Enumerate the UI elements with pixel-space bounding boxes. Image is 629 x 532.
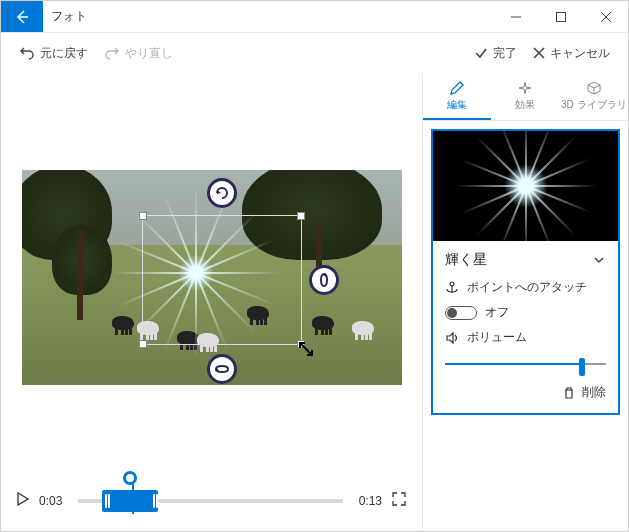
effect-panel: 輝く星 ポイントへのアタッチ オフ ボリューム	[431, 129, 620, 415]
toggle-state-label: オフ	[485, 304, 509, 321]
svg-line-6	[300, 343, 312, 355]
undo-label: 元に戻す	[40, 45, 88, 62]
attach-label: ポイントへのアタッチ	[467, 279, 587, 296]
effect-preview	[433, 131, 618, 241]
volume-slider[interactable]	[445, 354, 606, 374]
chevron-down-icon[interactable]	[592, 253, 606, 267]
rotate-handle-x[interactable]	[207, 354, 237, 384]
redo-label: やり直し	[125, 45, 173, 62]
play-button[interactable]	[17, 492, 29, 510]
svg-point-7	[450, 282, 454, 286]
attach-toggle[interactable]	[445, 306, 477, 320]
resize-handle-top-right[interactable]	[297, 212, 305, 220]
playbar: 0:03 0:13	[1, 481, 422, 531]
tab-effects-label: 効果	[515, 98, 535, 112]
cancel-label: キャンセル	[550, 45, 610, 62]
selection-box[interactable]	[142, 215, 302, 345]
redo-button[interactable]: やり直し	[96, 41, 181, 66]
anchor-icon	[445, 281, 459, 295]
canvas-area: 0:03 0:13	[1, 73, 422, 531]
check-icon	[474, 46, 488, 60]
tab-edit-label: 編集	[447, 98, 467, 112]
arrow-left-icon	[14, 9, 30, 25]
close-button[interactable]	[583, 1, 628, 32]
delete-button[interactable]: 削除	[582, 384, 606, 401]
playhead[interactable]	[129, 471, 137, 514]
volume-label: ボリューム	[467, 329, 527, 346]
video-canvas[interactable]	[22, 170, 402, 385]
clip-trim-left[interactable]	[105, 494, 107, 508]
clip-trim-right[interactable]	[153, 494, 155, 508]
toolbar: 元に戻す やり直し 完了 キャンセル	[1, 33, 628, 73]
side-panel: 編集 効果 3D ライブラリ	[422, 73, 628, 531]
pencil-icon	[449, 80, 465, 96]
total-time: 0:13	[359, 494, 382, 508]
tab-edit[interactable]: 編集	[423, 73, 491, 120]
current-time: 0:03	[39, 494, 62, 508]
cancel-button[interactable]: キャンセル	[525, 41, 618, 66]
app-title: フォト	[43, 1, 493, 32]
undo-button[interactable]: 元に戻す	[11, 41, 96, 66]
x-icon	[533, 47, 545, 59]
titlebar: フォト	[1, 1, 628, 33]
rotate-handle-y[interactable]	[309, 265, 339, 295]
side-tabs: 編集 効果 3D ライブラリ	[423, 73, 628, 121]
undo-icon	[19, 45, 35, 61]
rotate-handle-z[interactable]	[207, 178, 237, 208]
fullscreen-button[interactable]	[392, 492, 406, 510]
cube-icon	[586, 80, 602, 96]
timeline-track[interactable]	[78, 499, 342, 503]
resize-handle-bottom-left[interactable]	[139, 340, 147, 348]
maximize-button[interactable]	[538, 1, 583, 32]
resize-diagonal-icon[interactable]	[297, 340, 315, 358]
resize-handle-top-left[interactable]	[139, 212, 147, 220]
done-button[interactable]: 完了	[466, 41, 525, 66]
minimize-button[interactable]	[493, 1, 538, 32]
sparkle-icon	[517, 80, 533, 96]
svg-rect-1	[556, 12, 565, 21]
tab-effects[interactable]: 効果	[491, 73, 559, 120]
redo-icon	[104, 45, 120, 61]
back-button[interactable]	[1, 1, 43, 32]
trash-icon	[562, 386, 576, 400]
tab-3d-library[interactable]: 3D ライブラリ	[560, 73, 628, 120]
effect-name: 輝く星	[445, 251, 487, 269]
done-label: 完了	[493, 45, 517, 62]
tab-3d-label: 3D ライブラリ	[561, 98, 627, 112]
volume-icon	[445, 331, 459, 345]
app-window: フォト 元に戻す やり直し 完了 キャンセル	[0, 0, 629, 532]
